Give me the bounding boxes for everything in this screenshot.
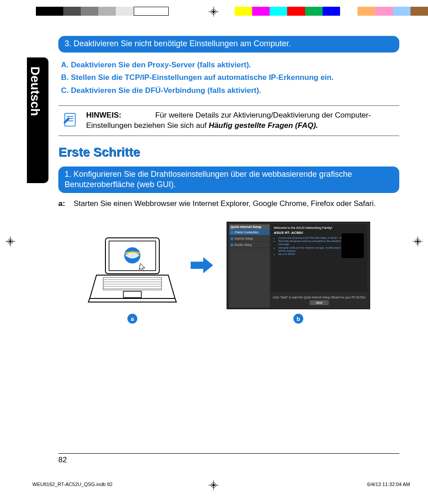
router-device-icon: [341, 233, 364, 258]
svg-rect-25: [103, 277, 162, 290]
language-label: Deutsch: [28, 66, 42, 116]
language-tab: Deutsch: [27, 57, 48, 183]
note-faq: Häufig gestellte Fragen (FAQ).: [209, 121, 318, 130]
abc-item-b: B.Stellen Sie die TCP/IP-Einstellungen a…: [61, 71, 399, 84]
note-text: HINWEIS: Für weitere Details zur Aktivie…: [86, 110, 397, 131]
registration-mark-icon: [209, 7, 218, 17]
abc-item-a: A.Deaktivieren Sie den Proxy-Server (fal…: [61, 59, 399, 72]
note-box: HINWEIS: Für weitere Details zur Aktivie…: [58, 105, 399, 136]
svg-marker-32: [88, 298, 176, 302]
illustration-row: a Quick Internet Setup Check Connection …: [58, 222, 399, 324]
arrow-icon: [191, 257, 213, 275]
illustration-b: Quick Internet Setup Check Connection In…: [227, 222, 370, 324]
step-1-text: 1. Konfigurieren Sie die Drahtloseinstel…: [65, 170, 352, 189]
abc-list: A.Deaktivieren Sie den Proxy-Server (fal…: [61, 59, 399, 98]
router-side-item: Internet Setup: [229, 236, 270, 242]
step-1-pill: 1. Konfigurieren Sie die Drahtloseinstel…: [58, 167, 399, 193]
laptop-icon: [87, 236, 177, 309]
step-3-text: 3. Deaktivieren Sie nicht benötigte Eins…: [65, 39, 291, 48]
illus-label-a: a: [127, 314, 137, 324]
note-icon: [61, 110, 79, 131]
registration-mark-icon: [413, 237, 423, 246]
page-body: Deutsch 3. Deaktivieren Sie nicht benöti…: [27, 36, 399, 467]
abc-item-c: C.Deaktivieren Sie die DFÜ-Verbindung (f…: [61, 84, 399, 97]
step-3-pill: 3. Deaktivieren Sie nicht benötigte Eins…: [58, 36, 399, 53]
substep-a-label: a:: [58, 199, 69, 208]
illustration-a: a: [87, 236, 177, 324]
footer-timestamp: 6/4/13 11:32:04 AM: [367, 482, 410, 487]
illus-label-b: b: [293, 314, 303, 324]
section-title: Erste Schritte: [58, 145, 399, 159]
page-number: 82: [58, 453, 399, 465]
router-welcome: Welcome to the ASUS Networking Family!: [274, 226, 365, 229]
substep-a: a: Starten Sie einen Webbrowser wie Inte…: [58, 199, 399, 208]
svg-rect-31: [123, 291, 141, 298]
router-side-header: Quick Internet Setup: [229, 224, 270, 229]
router-footer-line: Click "Start" to start the Quick Interne…: [271, 296, 367, 299]
registration-mark-icon: [209, 480, 218, 490]
router-side-item: Router Setup: [229, 242, 270, 248]
router-side-item: Check Connection: [229, 229, 270, 236]
registration-mark-icon: [5, 237, 15, 246]
router-gui-screenshot: Quick Internet Setup Check Connection In…: [227, 222, 370, 309]
router-next-button: Next: [310, 300, 328, 305]
svg-marker-33: [191, 257, 213, 273]
footer-filename: WEU8162_RT-AC52U_QSG.indb 82: [32, 482, 113, 487]
substep-a-text: Starten Sie einen Webbrowser wie Interne…: [74, 199, 376, 208]
note-label: HINWEIS:: [86, 111, 121, 119]
